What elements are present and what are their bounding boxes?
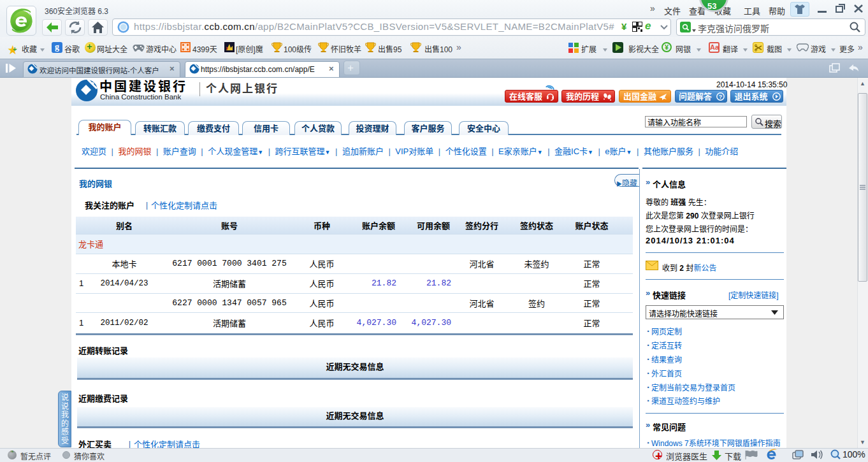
svg-text:?: ? <box>719 94 723 100</box>
